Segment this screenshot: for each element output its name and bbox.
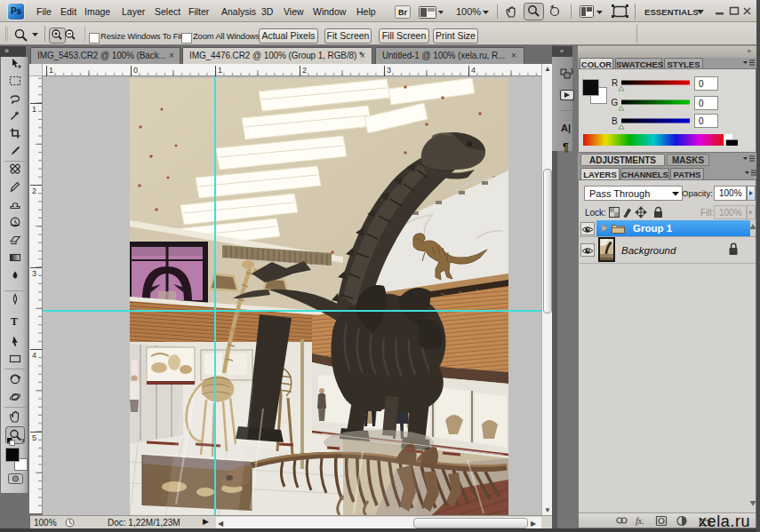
svg-text:R: R — [612, 78, 618, 88]
svg-text:0: 0 — [133, 66, 138, 75]
svg-text:¶: ¶ — [563, 141, 569, 154]
svg-text:B: B — [612, 116, 618, 126]
svg-text:4: 4 — [32, 351, 36, 360]
svg-text:1: 1 — [218, 66, 222, 75]
svg-text:100%: 100% — [456, 6, 481, 17]
svg-text:G: G — [612, 98, 619, 107]
svg-text:2: 2 — [302, 66, 307, 75]
svg-text:T: T — [11, 315, 18, 328]
svg-text:5: 5 — [32, 433, 36, 442]
svg-text:3: 3 — [387, 66, 391, 75]
svg-text:1: 1 — [49, 66, 53, 75]
svg-text:fx.: fx. — [636, 516, 644, 526]
svg-text:A|: A| — [561, 123, 571, 133]
svg-text:4: 4 — [471, 66, 476, 75]
svg-text:3: 3 — [32, 269, 36, 278]
svg-text:Br: Br — [398, 8, 407, 17]
svg-text:1: 1 — [32, 105, 36, 114]
svg-text:2: 2 — [32, 187, 36, 195]
